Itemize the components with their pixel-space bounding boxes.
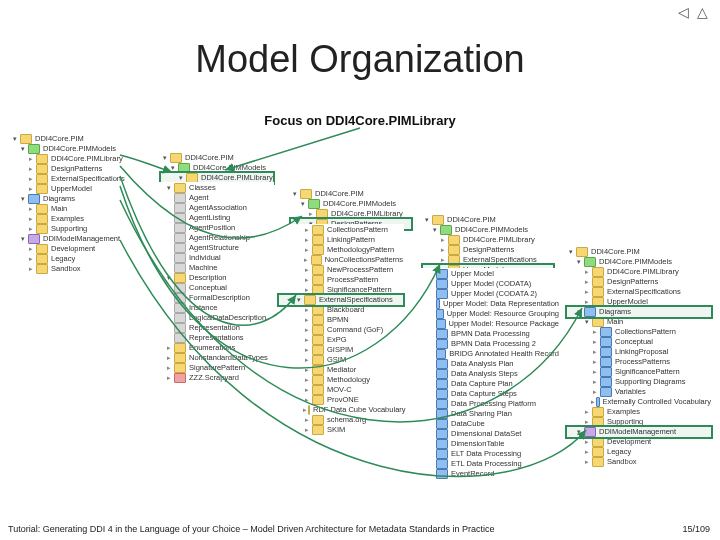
tree-item: Supporting (607, 417, 643, 426)
tree-item: Conceptual (189, 283, 227, 292)
tree-item: ProvONE (327, 395, 359, 404)
tree-item-highlighted: DDIModelManagement (599, 427, 676, 436)
tree-item: DDI4Core.PIMLibrary (51, 154, 123, 163)
tree-item: SignificancePattern (615, 367, 680, 376)
tree-item: NewProcessPattern (327, 265, 393, 274)
tree-item: Dimensional DataSet (451, 429, 521, 438)
tree-item: ZZZ.Scrapyard (189, 373, 239, 382)
tree-item: Data Capture Plan (451, 379, 513, 388)
tree-item: Individual (189, 253, 221, 262)
tree-item: ExPG (327, 335, 347, 344)
tree-item: ExternalSpecifications (51, 174, 125, 183)
tree-item: LinkingPattern (327, 235, 375, 244)
tree-item: UpperModel (51, 184, 92, 193)
tree-item: DDI4Core.PIM (315, 189, 364, 198)
slide-nav-arrows[interactable]: ◁ △ (678, 4, 710, 20)
tree-item: schema.org (327, 415, 366, 424)
tree-item: BPMN Data Processing (451, 329, 530, 338)
tree-item: DesignPatterns (607, 277, 658, 286)
tree-item: AgentRelationship (189, 233, 250, 242)
tree-item: MethodologyPattern (327, 245, 394, 254)
tree-item: LogicalDataDescription (189, 313, 266, 322)
tree-item: DDIModelManagement (43, 234, 120, 243)
tree-item: ProcessPattern (327, 275, 378, 284)
focus-label: Focus on DDI4Core.PIMLibrary (0, 113, 720, 128)
tree-item: Representations (189, 333, 244, 342)
tree-item: BPMN (327, 315, 349, 324)
tree-item: DDI4Core.PIMLibrary (607, 267, 679, 276)
tree-item: MOV-C (327, 385, 352, 394)
tree-item: Upper Model (CODATA) (451, 279, 531, 288)
tree-item: ExternalSpecifications (463, 255, 537, 264)
tree-panel-3: ▸CollectionsPattern ▸LinkingPattern ▸Met… (278, 224, 404, 436)
tree-item: Examples (51, 214, 84, 223)
tree-item: Blackboard (327, 305, 365, 314)
tree-item: DimensionTable (451, 439, 504, 448)
tree-item: DDI4Core.PIM (185, 153, 234, 162)
tree-item: Legacy (607, 447, 631, 456)
tree-item: SignificancePattern (327, 285, 392, 294)
tree-item: Classes (189, 183, 216, 192)
tree-item: AgentPosition (189, 223, 235, 232)
tree-item: Methodology (327, 375, 370, 384)
tree-item: Upper Model: Resource Grouping (447, 309, 559, 318)
tree-item: DesignPatterns (51, 164, 102, 173)
tree-item: DDI4Core.PIM (447, 215, 496, 224)
tree-item: FormalDescription (189, 293, 250, 302)
tree-item: Description (189, 273, 227, 282)
tree-item: BPMN Data Processing 2 (451, 339, 536, 348)
tree-item: Diagrams (43, 194, 75, 203)
tree-item: ETL Data Processing (451, 459, 522, 468)
tree-item: SKIM (327, 425, 345, 434)
tree-item: DDI4Core.PIMModels (323, 199, 396, 208)
tree-item: Upper Model (CODATA 2) (451, 289, 537, 298)
tree-item: DataCube (451, 419, 485, 428)
tree-item: DDI4Core.PIMModels (455, 225, 528, 234)
tree-item: CollectionsPattern (327, 225, 388, 234)
tree-item: Data Capture Steps (451, 389, 517, 398)
page-title: Model Organization (0, 38, 720, 81)
tree-item: ExternalSpecifications (607, 287, 681, 296)
tree-item: Variables (615, 387, 646, 396)
tree-item: DDI4Core.PIMModels (43, 144, 116, 153)
tree-item: Examples (607, 407, 640, 416)
tree-item: DDI4Core.PIMModels (599, 257, 672, 266)
tree-item: SignaturePattern (189, 363, 245, 372)
tree-item: UpperModel (607, 297, 648, 306)
tree-item: NonstandardDataTypes (189, 353, 268, 362)
tree-item: Sandbox (607, 457, 637, 466)
tree-item: Enumerations (189, 343, 235, 352)
tree-item: Conceptual (615, 337, 653, 346)
tree-item: Upper Model: Data Representation (443, 299, 559, 308)
tree-panel-4-header: ▾DDI4Core.PIM ▾DDI4Core.PIMModels ▸DDI4C… (422, 214, 554, 276)
tree-item: Externally Controlled Vocabulary (603, 397, 711, 406)
tree-item: Legacy (51, 254, 75, 263)
tree-item: Sandbox (51, 264, 81, 273)
tree-panel-2-header: ▾DDI4Core.PIM ▾DDI4Core.PIMModels ▾DDI4C… (160, 152, 274, 184)
tree-item: Mediator (327, 365, 356, 374)
tree-item-highlighted: ExternalSpecifications (319, 295, 393, 304)
tree-panel-5: ▾DDI4Core.PIM ▾DDI4Core.PIMModels ▸DDI4C… (566, 246, 712, 468)
tree-item: Main (51, 204, 67, 213)
tree-item: Data Analysis Plan (451, 359, 514, 368)
tree-item: Upper Model (451, 269, 494, 278)
tree-item: DesignPatterns (463, 245, 514, 254)
tree-item: Machine (189, 263, 217, 272)
tree-item: AgentAssociation (189, 203, 247, 212)
tree-panel-1: ▾DDI4Core.PIM ▾DDI4Core.PIMModels ▸DDI4C… (10, 133, 140, 275)
tree-item: Instance (189, 303, 217, 312)
footer-text: Tutorial: Generating DDI 4 in the Langua… (8, 524, 494, 534)
tree-item: Development (607, 437, 651, 446)
tree-item-highlighted: Diagrams (599, 307, 631, 316)
tree-item: ELT Data Processing (451, 449, 521, 458)
tree-item: NonCollectionsPatterns (325, 255, 403, 264)
tree-item: LinkingProposal (615, 347, 668, 356)
tree-item: GSIM (327, 355, 346, 364)
tree-item: ProcessPatterns (615, 357, 670, 366)
tree-item: Data Processing Platform (451, 399, 536, 408)
tree-item: Upper Model: Resource Package (449, 319, 559, 328)
tree-item: DDI4Core.PIMLibrary (331, 209, 403, 218)
tree-item: DDI4Core.PIMModels (193, 163, 266, 172)
tree-item: Command (GoF) (327, 325, 383, 334)
tree-item: DDI4Core.PIM (591, 247, 640, 256)
